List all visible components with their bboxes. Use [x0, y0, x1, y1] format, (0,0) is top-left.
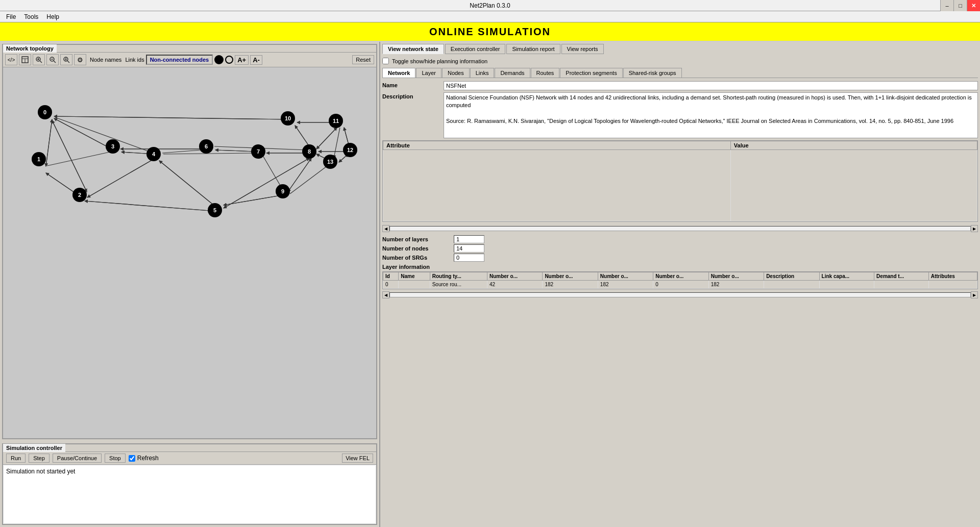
- maximize-button[interactable]: □: [953, 0, 967, 11]
- refresh-checkbox[interactable]: [129, 455, 135, 462]
- node-5[interactable]: 5: [208, 203, 222, 217]
- network-canvas[interactable]: 012345678910111213: [3, 67, 376, 438]
- sim-toolbar: Run Step Pause/Continue Stop Refresh Vie…: [3, 452, 376, 465]
- tab-protection-segments[interactable]: Protection segments: [560, 68, 622, 78]
- toggle-planning-checkbox[interactable]: [382, 58, 389, 64]
- window-controls: – □ ✕: [940, 0, 980, 11]
- layer-col-num4: Number o...: [653, 272, 708, 281]
- layer-row-cell-3: 42: [487, 281, 542, 289]
- node-9[interactable]: 9: [276, 184, 290, 198]
- topology-panel-title: Network topology: [3, 44, 57, 53]
- layer-row-cell-5: 182: [598, 281, 653, 289]
- reset-btn[interactable]: Reset: [352, 55, 374, 64]
- link-ids-label: Link ids: [125, 57, 144, 63]
- refresh-label[interactable]: Refresh: [129, 455, 159, 462]
- tab-execution-controller[interactable]: Execution controller: [445, 44, 506, 54]
- node-2[interactable]: 2: [72, 188, 87, 202]
- layer-row-cell-4: 182: [543, 281, 598, 289]
- sim-log: Simulation not started yet: [4, 466, 375, 523]
- circle-filled-btn[interactable]: [214, 55, 224, 64]
- table-scroll-left[interactable]: ◀: [382, 291, 389, 298]
- node-3[interactable]: 3: [106, 139, 120, 154]
- tab-shared-risk-groups[interactable]: Shared-risk groups: [623, 68, 682, 78]
- num-layers-label: Number of layers: [382, 236, 454, 242]
- topology-panel: Network topology </>: [2, 44, 377, 439]
- layer-row-cell-6: 0: [653, 281, 708, 289]
- node-11[interactable]: 11: [329, 114, 343, 128]
- view-fel-btn[interactable]: View FEL: [342, 454, 373, 463]
- node-0[interactable]: 0: [38, 105, 52, 119]
- zoom-all-btn[interactable]: [60, 54, 72, 65]
- tab-nodes[interactable]: Nodes: [442, 68, 470, 78]
- menu-help[interactable]: Help: [42, 12, 63, 21]
- description-label: Description: [382, 92, 444, 99]
- layer-row-cell-1: [399, 281, 430, 289]
- main-layout: Network topology </>: [0, 42, 980, 527]
- stop-btn[interactable]: Stop: [105, 454, 126, 463]
- layer-col-num3: Number o...: [598, 272, 653, 281]
- svg-line-28: [85, 201, 216, 211]
- tab-view-network-state[interactable]: View network state: [382, 44, 444, 54]
- node-1[interactable]: 1: [32, 152, 46, 166]
- layer-table: Id Name Routing ty... Number o... Number…: [383, 272, 977, 289]
- menu-tools[interactable]: Tools: [20, 12, 42, 21]
- svg-line-38: [224, 158, 309, 208]
- layer-info-title: Layer information: [382, 264, 978, 270]
- tab-simulation-report[interactable]: Simulation report: [506, 44, 560, 54]
- settings-icon-btn[interactable]: ⚙: [74, 54, 86, 65]
- toggle-planning-label[interactable]: Toggle show/hide planning information: [392, 58, 487, 64]
- menu-file[interactable]: File: [2, 12, 20, 21]
- num-srgs-row: Number of SRGs 0: [382, 254, 978, 262]
- non-connected-btn[interactable]: Non-connected nodes: [146, 55, 213, 65]
- close-button[interactable]: ✕: [967, 0, 980, 11]
- step-btn[interactable]: Step: [29, 454, 50, 463]
- node-13[interactable]: 13: [323, 155, 337, 169]
- attr-col-value: Value: [730, 141, 977, 150]
- num-layers-value: 1: [454, 235, 484, 243]
- layer-row-cell-2: Source rou...: [430, 281, 487, 289]
- zoom-in-btn[interactable]: [33, 54, 45, 65]
- node-7[interactable]: 7: [251, 144, 265, 159]
- attr-scroll-right[interactable]: ▶: [971, 225, 978, 232]
- node-4[interactable]: 4: [146, 147, 161, 161]
- run-btn[interactable]: Run: [6, 454, 26, 463]
- tab-routes[interactable]: Routes: [531, 68, 560, 78]
- num-layers-row: Number of layers 1: [382, 235, 978, 243]
- name-value: NSFNet: [444, 81, 978, 90]
- topology-toolbar: </> ⚙ Node names: [3, 53, 376, 67]
- layer-col-link-cap: Link capa...: [819, 272, 874, 281]
- node-6[interactable]: 6: [199, 139, 213, 154]
- tab-demands[interactable]: Demands: [495, 68, 530, 78]
- table-scroll-right[interactable]: ▶: [971, 291, 978, 298]
- node-8[interactable]: 8: [302, 144, 316, 159]
- name-row: Name NSFNet: [382, 81, 978, 90]
- svg-line-40: [224, 195, 284, 205]
- svg-line-36: [163, 153, 255, 154]
- node-12[interactable]: 12: [343, 143, 357, 157]
- svg-line-57: [290, 163, 331, 194]
- num-srgs-value: 0: [454, 254, 484, 262]
- tab-links[interactable]: Links: [470, 68, 495, 78]
- layout-icon-btn[interactable]: [19, 54, 31, 65]
- font-decrease-btn[interactable]: A-: [250, 55, 262, 65]
- minimize-button[interactable]: –: [940, 0, 953, 11]
- node-10[interactable]: 10: [281, 111, 295, 126]
- layer-col-attributes: Attributes: [928, 272, 977, 281]
- zoom-out-btn[interactable]: [46, 54, 59, 65]
- circle-outline-btn[interactable]: [225, 56, 233, 64]
- right-panel: View network state Execution controller …: [380, 42, 980, 527]
- code-icon-btn[interactable]: </>: [5, 54, 17, 65]
- layer-row-cell-8: [764, 281, 819, 289]
- sim-controller-title: Simulation controller: [3, 444, 65, 452]
- tab-layer[interactable]: Layer: [416, 68, 442, 78]
- pause-continue-btn[interactable]: Pause/Continue: [53, 454, 102, 463]
- layer-info-section: Layer information Id Name Routing ty... …: [382, 264, 978, 298]
- content-tabs: Network Layer Nodes Links Demands Routes…: [382, 68, 978, 78]
- font-increase-btn[interactable]: A+: [235, 55, 249, 65]
- svg-line-26: [87, 158, 156, 197]
- tab-view-reports[interactable]: View reports: [561, 44, 604, 54]
- num-srgs-label: Number of SRGs: [382, 255, 454, 261]
- attr-scroll-left[interactable]: ◀: [382, 225, 389, 232]
- title-bar: Net2Plan 0.3.0 – □ ✕: [0, 0, 980, 11]
- tab-network[interactable]: Network: [382, 68, 415, 78]
